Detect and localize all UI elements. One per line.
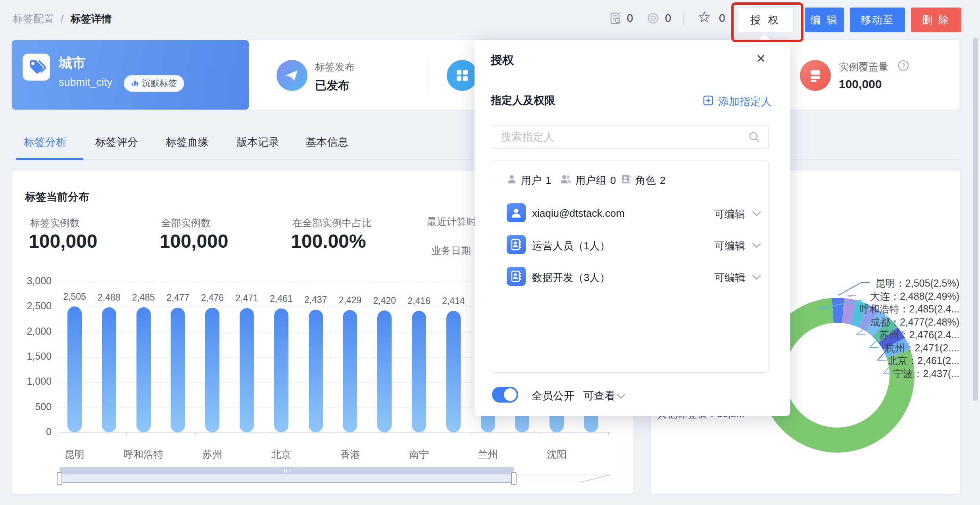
stat2-label: 全部实例数	[161, 216, 211, 229]
donut-label: 呼和浩特：2,485(2.4...	[813, 303, 959, 316]
bar	[240, 308, 254, 432]
bar-chart-icon	[131, 79, 139, 88]
chevron-down-icon[interactable]	[751, 274, 762, 280]
popover-arrow	[759, 34, 771, 40]
search-placeholder: 搜索指定人	[501, 125, 554, 148]
add-assignee-link[interactable]: 添加指定人	[718, 94, 772, 109]
close-icon[interactable]: ✕	[756, 52, 766, 66]
bar-value-label: 2,414	[426, 296, 481, 306]
chevron-down-icon[interactable]	[751, 242, 762, 249]
filter-tab-groups[interactable]: 用户组 0	[560, 173, 616, 187]
doc-search-icon[interactable]	[609, 12, 622, 26]
tab-basic-info[interactable]: 基本信息	[306, 135, 348, 149]
x-axis-tick	[471, 432, 471, 436]
bar-category-label: 苏州	[179, 448, 246, 461]
view-permission-label[interactable]: 可查看	[583, 389, 615, 403]
bar-category-label: 呼和浩特	[110, 448, 177, 461]
edit-button[interactable]: 编 辑	[805, 8, 844, 32]
bar-category-label: 沈阳	[523, 448, 590, 461]
donut-label: 北京：2,461(2...	[813, 354, 959, 367]
stat1-label: 标签实例数	[30, 216, 80, 229]
bar	[67, 306, 82, 432]
stat1-value: 100,000	[29, 230, 98, 252]
delete-button[interactable]: 删 除	[911, 8, 961, 32]
tab-lineage[interactable]: 标签血缘	[166, 135, 209, 149]
member-permission-3[interactable]: 可编辑	[714, 271, 745, 285]
datazoom-selection[interactable]	[60, 474, 514, 483]
bar	[136, 307, 151, 432]
role-avatar-1	[507, 235, 526, 254]
tab-versions[interactable]: 版本记录	[236, 135, 279, 149]
filter-tab-roles-label: 角色	[635, 173, 656, 187]
y-axis-tick-label: 500	[8, 401, 52, 412]
tab-analysis[interactable]: 标签分析	[24, 135, 67, 149]
member-permission-2[interactable]: 可编辑	[714, 239, 745, 253]
add-assignee-icon[interactable]	[703, 95, 714, 108]
member-name-3: 数据开发（3人）	[532, 271, 610, 285]
coverage-label: 实例覆盖量	[839, 60, 888, 73]
topbar-divider	[683, 11, 684, 26]
star-count: 0	[719, 12, 725, 25]
y-axis-tick-label: 2,000	[8, 326, 52, 337]
distribution-title: 标签当前分布	[25, 190, 89, 204]
filter-tab-groups-count: 0	[610, 174, 616, 187]
chevron-down-icon[interactable]	[616, 393, 626, 399]
tag-code: submit_city	[59, 76, 112, 89]
stat2-value: 100,000	[159, 230, 229, 252]
vertical-scrollbar[interactable]	[973, 38, 978, 401]
tab-score[interactable]: 标签评分	[95, 135, 138, 149]
tag-type-badge: 沉默标签	[124, 75, 184, 92]
bar	[412, 311, 426, 432]
publish-value: 已发布	[315, 78, 350, 94]
tag-icon	[23, 54, 50, 81]
info-divider	[428, 58, 429, 93]
active-tab-indicator	[16, 158, 83, 160]
help-icon[interactable]: ?	[897, 60, 909, 73]
bar-category-label: 北京	[248, 448, 315, 461]
bar-category-label: 香港	[316, 448, 384, 461]
y-axis-tick-label: 0	[8, 426, 52, 438]
y-axis-tick-label: 1,000	[8, 376, 52, 387]
authorize-button[interactable]: 授 权	[738, 8, 794, 32]
toggle-knob	[504, 388, 517, 401]
x-axis-tick	[540, 432, 540, 436]
x-axis-tick	[264, 432, 264, 436]
x-axis-tick	[195, 432, 196, 436]
target-icon[interactable]	[647, 12, 659, 26]
filter-tab-users[interactable]: 用户 1	[507, 173, 551, 187]
datazoom-handle-left[interactable]	[57, 472, 62, 485]
publish-label: 标签发布	[315, 60, 355, 73]
filter-tab-roles[interactable]: 角色 2	[621, 173, 665, 187]
breadcrumb: 标签配置 / 标签详情	[13, 12, 112, 26]
star-icon[interactable]: ☆	[698, 10, 711, 25]
meta-business-date: 业务日期：	[431, 244, 476, 257]
x-axis-line	[60, 432, 611, 433]
filter-tab-groups-label: 用户组	[575, 173, 606, 187]
x-axis-tick	[608, 432, 609, 436]
user-icon	[507, 174, 517, 187]
publish-icon	[277, 60, 307, 91]
datazoom-grip[interactable]	[284, 469, 290, 472]
breadcrumb-separator: /	[61, 13, 63, 25]
member-permission-1[interactable]: 可编辑	[714, 207, 745, 221]
datazoom-handle-right[interactable]	[511, 472, 517, 485]
public-toggle[interactable]	[492, 387, 518, 403]
donut-label: 成都：2,477(2.48%)	[813, 316, 959, 329]
bar	[205, 308, 219, 432]
coverage-icon	[800, 60, 831, 91]
donut-label: 昆明：2,505(2.5%)	[813, 277, 959, 290]
breadcrumb-parent[interactable]: 标签配置	[13, 13, 54, 25]
search-input[interactable]: 搜索指定人	[491, 125, 769, 149]
move-to-button[interactable]: 移动至	[850, 8, 905, 32]
search-icon[interactable]	[748, 131, 760, 145]
x-axis-tick	[333, 432, 333, 436]
assignee-panel	[491, 160, 769, 373]
role-icon	[621, 174, 631, 187]
x-axis-tick	[126, 432, 127, 436]
member-name-1: xiaqiu@dtstack.com	[532, 207, 625, 220]
user-group-icon	[560, 174, 571, 187]
chevron-down-icon[interactable]	[751, 210, 762, 217]
bar	[171, 308, 185, 432]
y-axis-tick-label: 2,500	[8, 300, 52, 312]
svg-text:?: ?	[902, 62, 905, 69]
